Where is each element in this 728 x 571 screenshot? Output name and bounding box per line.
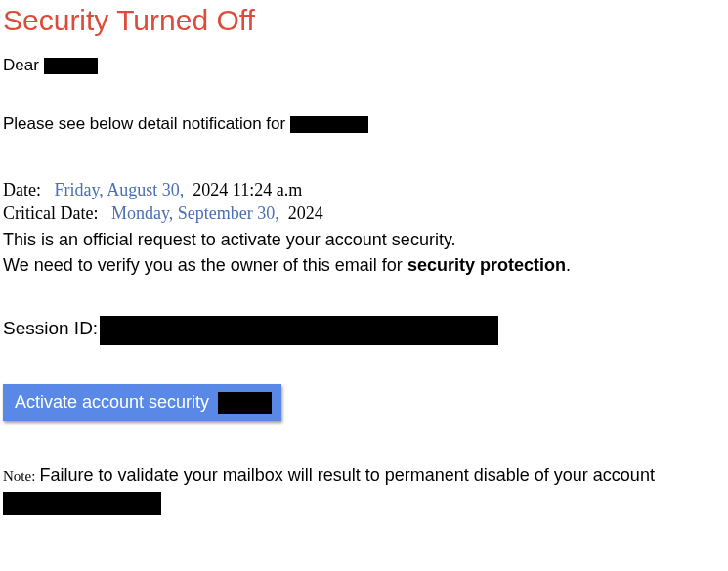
verify-suffix: . [566, 255, 571, 275]
date-day: Friday, August 30, [54, 180, 184, 199]
critical-date-line: Critical Date: Monday, September 30, 202… [3, 201, 725, 225]
page-title: Security Turned Off [3, 3, 725, 38]
date-line: Date: Friday, August 30, 2024 11:24 a.m [3, 178, 725, 201]
critical-label: Critical Date: [3, 203, 98, 223]
session-label: Session ID: [3, 319, 98, 339]
verify-bold: security protection [407, 255, 566, 275]
verify-line: We need to verify you as the owner of th… [3, 253, 725, 277]
notification-line: Please see below detail notification for [3, 114, 725, 134]
redacted-session-id [100, 316, 498, 345]
critical-rest: 2024 [288, 203, 323, 223]
note-block: Note: Failure to validate your mailbox w… [3, 465, 725, 520]
redacted-domain [290, 116, 368, 133]
redacted-note-suffix [3, 492, 161, 515]
session-line: Session ID: [3, 316, 725, 345]
request-line: This is an official request to activate … [3, 228, 725, 251]
critical-day: Monday, September 30, [111, 203, 279, 223]
activate-button-label: Activate account security [15, 392, 209, 412]
details-block: Date: Friday, August 30, 2024 11:24 a.m … [3, 178, 725, 277]
note-text: Failure to validate your mailbox will re… [40, 465, 655, 485]
notification-text: Please see below detail notification for [3, 114, 285, 133]
redacted-button-suffix [218, 392, 272, 414]
greeting-line: Dear [3, 56, 725, 75]
activate-account-security-button[interactable]: Activate account security [3, 384, 281, 421]
button-row: Activate account security [3, 384, 725, 421]
verify-prefix: We need to verify you as the owner of th… [3, 255, 407, 275]
note-label: Note: [3, 468, 35, 484]
greeting-label: Dear [3, 56, 39, 74]
redacted-recipient-name [44, 58, 98, 74]
date-label: Date: [3, 180, 41, 199]
date-rest: 2024 11:24 a.m [193, 180, 302, 199]
